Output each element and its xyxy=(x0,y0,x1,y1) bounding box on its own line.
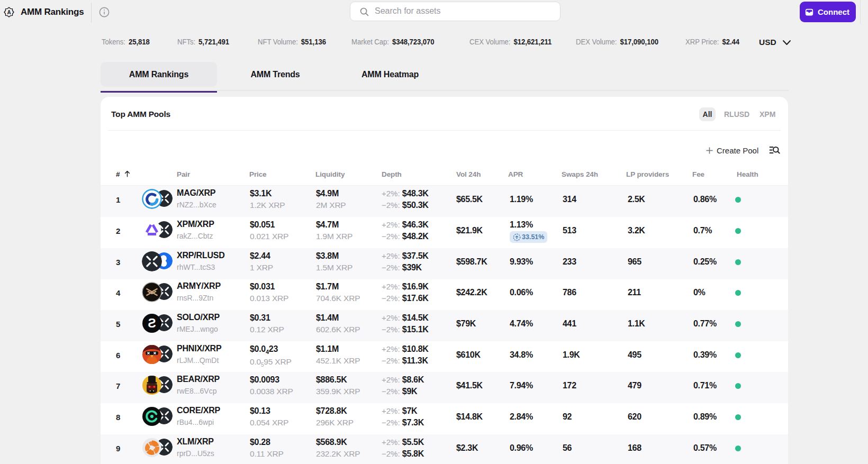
svg-text:A: A xyxy=(7,10,11,15)
svg-text:S: S xyxy=(148,316,156,330)
